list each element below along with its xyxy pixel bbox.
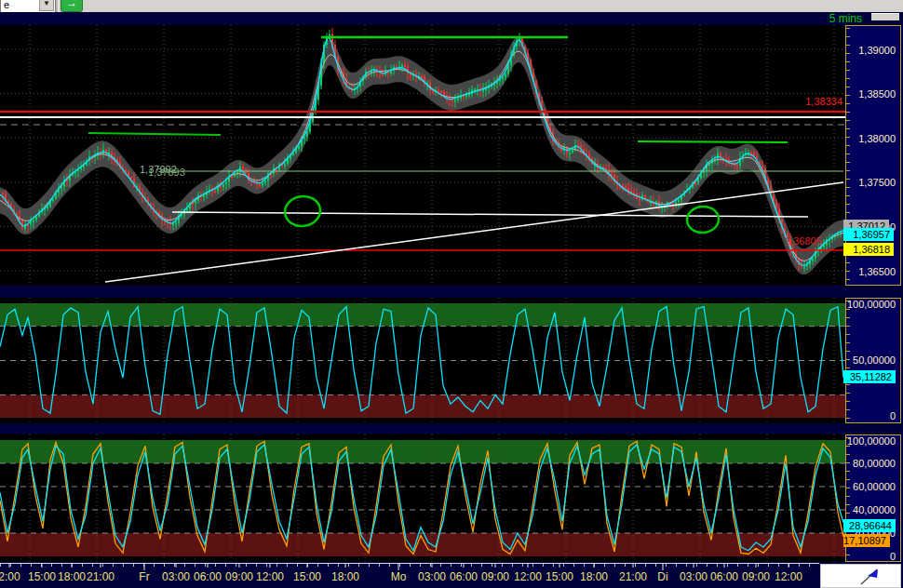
overbought-zone [0,303,845,327]
time-axis-tick [239,564,240,568]
time-axis-tick [594,564,595,568]
trading-app-window: e ▼ → 5 mins 1,390001,385001,380001,3750… [0,0,903,588]
price-badge: 17,10897 [843,534,890,547]
time-axis-day-label: Mo [391,570,407,583]
time-axis-label: 03:00 [680,570,708,583]
time-axis-minor-ticks [0,564,819,567]
symbol-combobox[interactable]: e ▼ [0,0,56,13]
time-axis-day-label: Fr [139,570,149,583]
time-axis-tick [633,564,634,568]
candle-body [627,188,629,191]
overlap-price-label-b: 1,37893 [148,167,185,178]
time-axis-label: 15:00 [28,570,56,583]
time-axis-tick [788,564,789,568]
axis-price-label: 60,00000 [853,481,896,492]
candle-body [452,100,453,101]
candle-body [222,184,224,187]
candle-body [454,100,456,101]
candle-body [502,77,504,79]
candle-body [284,164,286,166]
price-chart[interactable] [0,25,845,286]
candle-body [2,193,4,194]
green-level-segment [638,141,788,142]
candle-body [225,181,227,184]
candle-body [625,186,627,188]
candle-body [401,65,403,67]
chart-header-strip: 5 mins [0,12,903,25]
price-badge: 35,11282 [843,370,896,383]
time-axis-label: 12:00 [256,570,284,583]
candle-body [440,91,442,93]
stochastic-chart[interactable] [0,298,845,423]
axis-tick-marks [846,301,850,421]
white-trendline [172,212,808,217]
candle-body [438,90,439,92]
axis-price-label: 0 [890,551,896,562]
axis-price-label: 40,00000 [853,504,896,515]
time-axis-tick [176,564,177,568]
stochastic-slow-chart[interactable] [0,434,845,562]
time-axis-day-label: Di [657,570,667,583]
candle-body [505,74,506,77]
time-axis-label: 21:00 [87,570,115,583]
candle-body [569,153,571,154]
axis-price-label: 100,00000 [847,299,896,310]
window-control-box[interactable] [871,13,899,20]
time-axis-tick [208,564,209,568]
time-axis-tick [307,564,308,568]
price-badge: 28,96644 [843,519,896,532]
time-axis-label: 06:00 [450,570,478,583]
oversold-zone [0,533,845,556]
time-axis[interactable]: 2:0015:0018:0021:00Fr03:0006:0009:0012:0… [0,562,819,588]
price-badge: 1,36818 [843,243,894,256]
candle-body [404,65,406,67]
time-axis-tick [345,564,346,568]
candle-body [639,198,640,200]
axis-price-label: 1,36500 [858,266,896,277]
go-button[interactable]: → [61,0,83,12]
toolbar-separator [56,0,59,12]
candle-body [572,150,573,153]
time-axis-tick [464,564,465,568]
time-axis-tick [756,564,757,568]
time-axis-label: 03:00 [162,570,190,583]
stochastic-axis[interactable]: 100,0000050,000000 [845,298,901,423]
hand-drawn-circle-annotation [283,194,322,229]
candle-body [803,267,805,269]
flag-icon[interactable] [858,567,883,587]
axis-price-label: 1,38500 [858,88,896,100]
time-axis-label: 18:00 [58,570,86,583]
candle-body [214,191,216,193]
candle-body [242,167,244,169]
candle-body [812,259,814,261]
time-axis-tick [270,564,271,568]
green-level-segment [88,133,221,135]
time-axis-tick [724,564,725,568]
candle-body [761,166,763,168]
candle-body [203,195,205,197]
candle-body [172,223,174,225]
time-axis-label: 15:00 [293,570,321,583]
candle-body [264,180,266,183]
time-axis-tick [663,564,664,570]
time-axis-tick [144,564,145,570]
axis-price-label: 80,00000 [853,458,896,469]
time-axis-label: 12:00 [775,570,802,583]
time-axis-tick [398,564,399,570]
time-axis-tick [42,564,43,568]
time-axis-label: 06:00 [194,570,222,583]
axis-price-label: 1,38000 [858,133,896,144]
time-axis-label: 21:00 [619,570,647,583]
price-badge: 1,36957 [843,228,894,241]
time-axis-label: 18:00 [331,570,359,583]
candle-body [298,146,300,149]
chevron-down-icon[interactable]: ▼ [39,0,54,11]
candle-body [33,220,34,222]
symbol-combobox-value: e [4,0,9,10]
axis-price-label: 1,39000 [858,45,896,56]
candle-body [195,201,196,204]
candle-body [736,165,738,167]
time-axis-tick [101,564,101,568]
time-axis-label: 09:00 [481,570,509,583]
candle-body [457,99,459,100]
